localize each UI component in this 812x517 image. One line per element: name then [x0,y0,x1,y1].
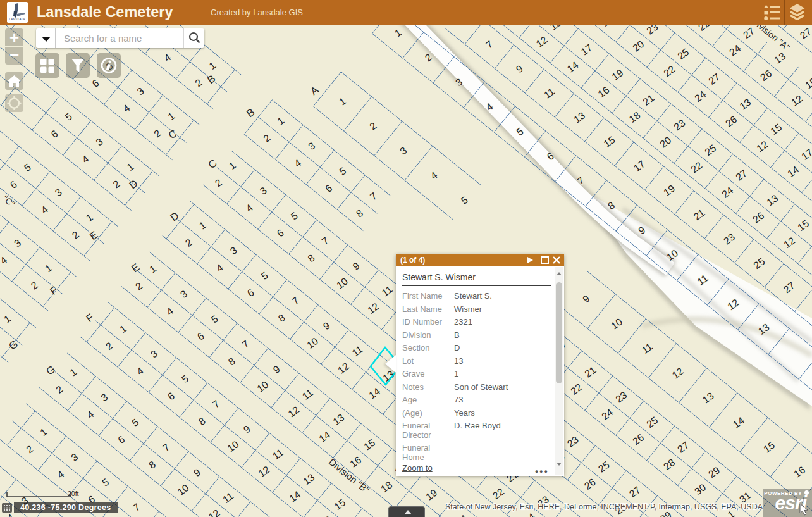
svg-text:20ft: 20ft [68,491,79,497]
svg-text:LANSDALE: LANSDALE [9,18,26,21]
